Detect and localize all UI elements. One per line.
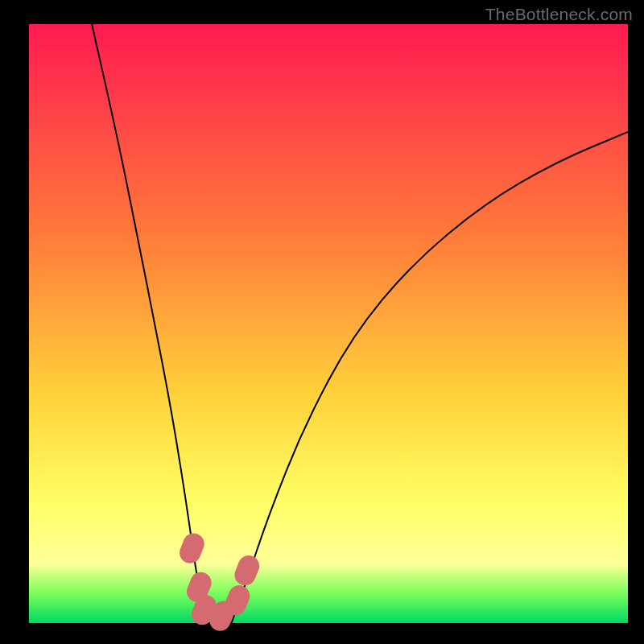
watermark-text: TheBottleneck.com: [485, 5, 633, 24]
chart-canvas: [0, 0, 644, 644]
plot-area: [29, 24, 628, 623]
chart-stage: TheBottleneck.com: [0, 0, 644, 644]
